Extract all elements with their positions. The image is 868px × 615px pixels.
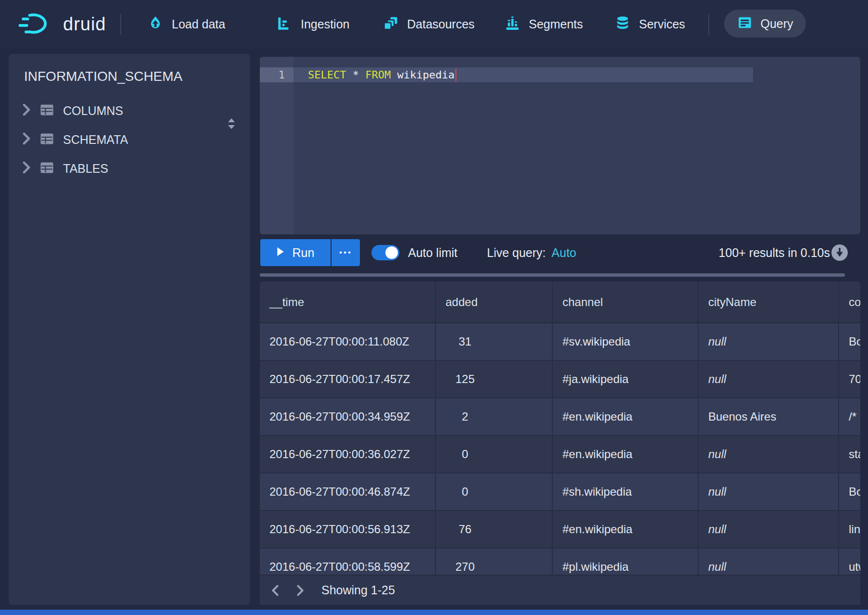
table-cell-cityName[interactable]: null xyxy=(698,436,838,473)
sql-token-plain: * xyxy=(346,69,365,81)
table-cell-cityName[interactable]: null xyxy=(698,474,838,510)
nav-item-label: Query xyxy=(760,17,793,31)
table-cell-channel[interactable]: #en.wikipedia xyxy=(552,398,698,435)
table-cell-comment[interactable]: /* S xyxy=(838,398,860,435)
table-icon xyxy=(40,162,53,175)
table-cell-channel[interactable]: #sh.wikipedia xyxy=(552,474,698,510)
run-button[interactable]: Run xyxy=(260,239,331,266)
column-header-comment[interactable]: comment xyxy=(838,282,860,322)
table-cell-comment[interactable]: Bot xyxy=(838,474,860,510)
nav-item-query-active[interactable]: Query xyxy=(724,10,806,38)
sidebar-item-tables[interactable]: TABLES xyxy=(9,154,250,182)
table-cell-channel[interactable]: #sv.wikipedia xyxy=(552,323,698,360)
toggle-knob xyxy=(385,246,398,259)
column-header-channel[interactable]: channel xyxy=(552,282,698,322)
table-cell-cityName[interactable]: null xyxy=(698,511,838,548)
query-icon xyxy=(737,14,753,33)
sql-editor[interactable]: 1 SELECT * FROM wikipedia xyxy=(260,57,860,234)
sql-token-keyword: SELECT xyxy=(308,69,346,81)
sidebar-item-label: COLUMNS xyxy=(63,104,123,118)
sql-token-keyword: FROM xyxy=(365,69,391,81)
more-dots-icon: ••• xyxy=(339,248,352,257)
table-cell-added[interactable]: 0 xyxy=(435,474,552,510)
chevron-right-icon xyxy=(22,103,31,118)
table-cell-channel[interactable]: #en.wikipedia xyxy=(552,436,698,473)
druid-logo[interactable]: druid xyxy=(17,0,106,49)
schema-header-row[interactable]: INFORMATION_SCHEMA xyxy=(9,65,250,88)
table-cell-__time[interactable]: 2016-06-27T00:00:56.913Z xyxy=(260,511,435,548)
table-cell-added[interactable]: 125 xyxy=(435,361,552,397)
ingestion-icon xyxy=(276,15,293,34)
text-cursor xyxy=(455,69,457,81)
sql-token-plain: wikipedia xyxy=(391,69,454,81)
results-table-header: __timeaddedchannelcityNamecomment xyxy=(260,282,860,323)
nav-item-ingestion[interactable]: Ingestion xyxy=(276,0,349,49)
sidebar-item-label: TABLES xyxy=(63,162,108,176)
table-row: 2016-06-27T00:00:17.457Z125#ja.wikipedia… xyxy=(260,361,860,398)
table-cell-__time[interactable]: 2016-06-27T00:00:34.959Z xyxy=(260,398,435,435)
live-query-value-link[interactable]: Auto xyxy=(551,246,576,260)
results-table: __timeaddedchannelcityNamecomment 2016-0… xyxy=(260,282,860,605)
nav-item-label: Services xyxy=(639,17,685,31)
download-button[interactable] xyxy=(831,244,848,261)
druid-console: druid Load data Ingestion xyxy=(0,0,868,615)
prev-page-button[interactable] xyxy=(266,581,285,600)
table-cell-__time[interactable]: 2016-06-27T00:00:46.874Z xyxy=(260,474,435,510)
table-cell-comment[interactable]: link xyxy=(838,511,860,548)
table-cell-added[interactable]: 76 xyxy=(435,511,552,548)
results-pagination: Showing 1-25 xyxy=(260,575,860,605)
table-cell-comment[interactable]: Bot xyxy=(838,323,860,360)
navbar: druid Load data Ingestion xyxy=(0,0,868,49)
auto-limit-label: Auto limit xyxy=(408,239,458,266)
showing-range-label: Showing 1-25 xyxy=(321,583,395,597)
table-cell-cityName[interactable]: Buenos Aires xyxy=(698,398,838,435)
nav-item-segments[interactable]: Segments xyxy=(504,0,583,49)
run-button-label: Run xyxy=(293,246,315,260)
horizontal-scrollbar[interactable] xyxy=(260,273,845,277)
editor-gutter xyxy=(260,57,294,234)
table-icon xyxy=(40,133,53,146)
table-cell-channel[interactable]: #ja.wikipedia xyxy=(552,361,698,397)
table-cell-cityName[interactable]: null xyxy=(698,361,838,397)
auto-limit-toggle[interactable] xyxy=(371,245,399,260)
results-table-body: 2016-06-27T00:00:11.080Z31#sv.wikipedian… xyxy=(260,323,860,586)
editor-line-number: 1 xyxy=(260,67,294,82)
column-header-__time[interactable]: __time xyxy=(260,282,435,322)
results-info: 100+ results in 0.10s xyxy=(719,239,830,266)
load-data-icon xyxy=(147,15,164,34)
live-query-label: Live query: xyxy=(487,246,546,260)
druid-wordmark: druid xyxy=(63,14,106,35)
sql-code-line[interactable]: SELECT * FROM wikipedia xyxy=(308,67,457,82)
table-cell-comment[interactable]: 70. xyxy=(838,361,860,397)
column-header-added[interactable]: added xyxy=(435,282,552,322)
navbar-divider xyxy=(120,14,121,35)
table-cell-channel[interactable]: #en.wikipedia xyxy=(552,511,698,548)
schema-title: INFORMATION_SCHEMA xyxy=(24,69,182,84)
sidebar-item-columns[interactable]: COLUMNS xyxy=(9,97,250,125)
play-icon xyxy=(277,247,284,258)
services-icon xyxy=(614,15,631,34)
nav-item-label: Load data xyxy=(172,17,225,31)
table-cell-__time[interactable]: 2016-06-27T00:00:36.027Z xyxy=(260,436,435,473)
table-row: 2016-06-27T00:00:36.027Z0#en.wikipedianu… xyxy=(260,436,860,474)
nav-item-load-data[interactable]: Load data xyxy=(147,0,225,49)
live-query: Live query: Auto xyxy=(487,239,576,266)
table-cell-comment[interactable]: sta xyxy=(838,436,860,473)
table-cell-added[interactable]: 31 xyxy=(435,323,552,360)
column-header-cityName[interactable]: cityName xyxy=(698,282,838,322)
next-page-button[interactable] xyxy=(291,581,310,600)
bottom-accent-strip xyxy=(0,610,868,615)
druid-logo-icon xyxy=(17,12,55,37)
run-more-button[interactable]: ••• xyxy=(332,239,360,266)
table-cell-__time[interactable]: 2016-06-27T00:00:11.080Z xyxy=(260,323,435,360)
sidebar-item-schemata[interactable]: SCHEMATA xyxy=(9,126,250,154)
nav-item-label: Datasources xyxy=(407,17,474,31)
table-cell-added[interactable]: 0 xyxy=(435,436,552,473)
nav-item-label: Ingestion xyxy=(301,17,349,31)
table-cell-added[interactable]: 2 xyxy=(435,398,552,435)
nav-item-datasources[interactable]: Datasources xyxy=(383,0,474,49)
table-cell-cityName[interactable]: null xyxy=(698,323,838,360)
table-cell-__time[interactable]: 2016-06-27T00:00:17.457Z xyxy=(260,361,435,397)
nav-item-services[interactable]: Services xyxy=(614,0,685,49)
datasources-icon xyxy=(383,15,399,34)
